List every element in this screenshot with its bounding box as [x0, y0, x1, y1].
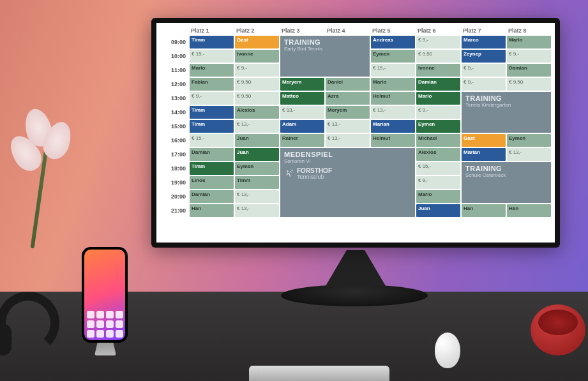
price-slot[interactable]: € 13,- [280, 106, 324, 119]
booking-slot[interactable]: Damian [190, 190, 234, 203]
header-row: Platz 1 Platz 2 Platz 3 Platz 4 Platz 5 … [160, 27, 551, 34]
booking-slot[interactable]: Gast [235, 36, 279, 49]
block-training-osterbeck[interactable]: TRAINING Schule Osterbeck [462, 162, 551, 203]
booking-slot[interactable]: Andreas [371, 36, 415, 49]
price-slot[interactable]: € 13,- [326, 134, 370, 147]
time-label: 12:00 [160, 78, 188, 91]
booking-slot[interactable]: Juan [235, 148, 279, 161]
monitor-stand [326, 250, 386, 286]
booking-slot[interactable]: Marian [462, 148, 506, 161]
col-header: Platz 7 [462, 27, 506, 34]
booking-slot[interactable]: Alexios [416, 148, 460, 161]
booking-slot[interactable]: Han [462, 204, 506, 217]
col-header: Platz 5 [371, 27, 415, 34]
booking-slot[interactable]: Timm [190, 36, 234, 49]
booking-slot[interactable]: Adam [280, 120, 324, 133]
block-training-earlybird[interactable]: TRAINING Early Bird Tennis [280, 36, 370, 77]
booking-slot[interactable]: Marian [371, 120, 415, 133]
booking-slot[interactable]: Azra [326, 92, 370, 105]
booking-slot[interactable]: Juan [235, 134, 279, 147]
booking-slot[interactable]: Linos [190, 176, 234, 189]
time-label: 17:00 [160, 148, 188, 161]
booking-slot[interactable]: Timm [190, 106, 234, 119]
booking-slot[interactable]: Ivonne [416, 64, 460, 77]
time-label: 10:00 [160, 50, 188, 63]
price-slot[interactable]: € 9,50 [416, 50, 460, 63]
price-slot[interactable]: € 9,- [462, 78, 506, 91]
price-slot[interactable]: € 13,- [507, 148, 551, 161]
col-header: Platz 6 [416, 27, 460, 34]
booking-slot[interactable]: Helmut [371, 92, 415, 105]
booking-slot[interactable]: Fabian [190, 78, 234, 91]
time-label: 13:00 [160, 92, 188, 105]
price-slot[interactable]: € 13,- [371, 106, 415, 119]
price-slot[interactable]: € 9,- [416, 176, 460, 189]
booking-slot[interactable]: Eymen [507, 134, 551, 147]
price-slot[interactable]: € 13,- [326, 120, 370, 133]
time-label: 11:00 [160, 64, 188, 77]
block-medenspiel[interactable]: MEDENSPIEL Senioren VI FORSTHOFTennisclu… [280, 148, 415, 217]
price-slot[interactable]: € 15,- [190, 50, 234, 63]
booking-slot[interactable]: Han [190, 204, 234, 217]
booking-slot[interactable]: Eymen [371, 50, 415, 63]
booking-slot[interactable]: Juan [416, 204, 460, 217]
booking-slot[interactable]: Marlo [416, 190, 460, 203]
time-label: 14:00 [160, 106, 188, 119]
price-slot[interactable]: € 13,- [235, 204, 279, 217]
booking-slot[interactable]: Marlo [416, 92, 460, 105]
price-slot[interactable]: € 9,- [416, 36, 460, 49]
booking-slot[interactable]: Damian [416, 78, 460, 91]
price-slot[interactable]: € 9,- [507, 50, 551, 63]
booking-slot[interactable]: Zeynep [462, 50, 506, 63]
price-slot[interactable]: € 9,- [235, 64, 279, 77]
col-header: Platz 8 [507, 27, 551, 34]
booking-slot[interactable]: Alexios [235, 106, 279, 119]
booking-slot[interactable]: Eymen [416, 120, 460, 133]
price-slot[interactable]: € 9,- [462, 64, 506, 77]
price-slot[interactable]: € 9,- [190, 92, 234, 105]
price-slot[interactable]: € 15,- [416, 162, 460, 175]
smartphone [82, 247, 128, 343]
tennis-player-icon [284, 169, 294, 179]
booking-slot[interactable]: Damian [507, 64, 551, 77]
booking-slot[interactable]: Gast [462, 134, 506, 147]
price-slot[interactable]: € 13,- [235, 120, 279, 133]
price-slot[interactable]: € 9,50 [235, 92, 279, 105]
booking-slot[interactable]: Eymen [235, 162, 279, 175]
booking-slot[interactable]: Marlo [507, 36, 551, 49]
club-logo: FORSTHOFTennisclub [284, 168, 411, 180]
price-slot[interactable]: € 15,- [371, 64, 415, 77]
flowers-decor [0, 83, 77, 249]
cup-decor [531, 304, 585, 355]
booking-slot[interactable]: Timm [190, 162, 234, 175]
booking-slot[interactable]: Han [507, 204, 551, 217]
col-header: Platz 4 [326, 27, 370, 34]
block-training-kindergarten[interactable]: TRAINING Tennis Kindergarten [462, 92, 551, 133]
time-label: 19:00 [160, 176, 188, 189]
monitor-base [281, 285, 428, 306]
booking-slot[interactable]: Damian [190, 148, 234, 161]
booking-slot[interactable]: Marlo [190, 64, 234, 77]
price-slot[interactable]: € 13,- [235, 190, 279, 203]
booking-slot[interactable]: Meryem [280, 78, 324, 91]
booking-slot[interactable]: Daniel [326, 78, 370, 91]
booking-slot[interactable]: Timm [235, 176, 279, 189]
booking-slot[interactable]: Marco [462, 36, 506, 49]
booking-slot[interactable]: Michael [416, 134, 460, 147]
booking-slot[interactable]: Timm [190, 120, 234, 133]
schedule-body: TRAINING Early Bird Tennis TRAINING Tenn… [160, 36, 551, 217]
booking-slot[interactable]: Matteo [280, 92, 324, 105]
time-label: 16:00 [160, 134, 188, 147]
mouse-decor [435, 332, 460, 368]
booking-slot[interactable]: Meryem [326, 106, 370, 119]
price-slot[interactable]: € 9,50 [507, 78, 551, 91]
col-header: Platz 2 [235, 27, 279, 34]
col-header: Platz 1 [190, 27, 234, 34]
booking-slot[interactable]: Helmut [371, 134, 415, 147]
booking-slot[interactable]: Marlo [371, 78, 415, 91]
price-slot[interactable]: € 9,50 [235, 78, 279, 91]
booking-slot[interactable]: Rainer [280, 134, 324, 147]
booking-slot[interactable]: Ivonne [235, 50, 279, 63]
price-slot[interactable]: € 9,- [416, 106, 460, 119]
price-slot[interactable]: € 15,- [190, 134, 234, 147]
